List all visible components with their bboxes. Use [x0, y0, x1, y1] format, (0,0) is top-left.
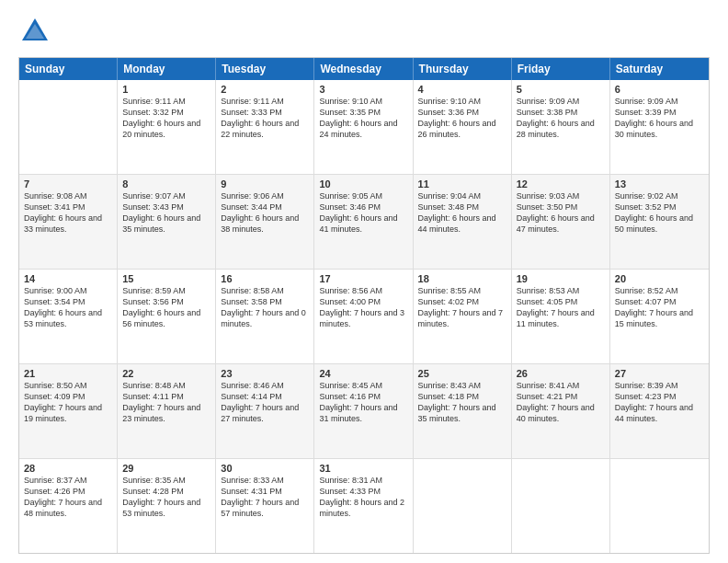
day-info: Sunrise: 9:03 AMSunset: 3:50 PMDaylight:… [517, 190, 605, 236]
calendar-cell-day-8: 8Sunrise: 9:07 AMSunset: 3:43 PMDaylight… [118, 175, 216, 269]
weekday-header-monday: Monday [118, 58, 216, 80]
day-number: 30 [221, 463, 309, 474]
calendar-body: 1Sunrise: 9:11 AMSunset: 3:32 PMDaylight… [19, 80, 709, 553]
day-info: Sunrise: 9:07 AMSunset: 3:43 PMDaylight:… [122, 190, 210, 236]
calendar-cell-day-16: 16Sunrise: 8:58 AMSunset: 3:58 PMDayligh… [216, 270, 314, 363]
day-info: Sunrise: 9:06 AMSunset: 3:44 PMDaylight:… [221, 190, 309, 236]
day-number: 1 [122, 84, 210, 95]
day-number: 17 [319, 273, 407, 284]
calendar-cell-day-4: 4Sunrise: 9:10 AMSunset: 3:36 PMDaylight… [414, 80, 512, 174]
day-number: 26 [517, 368, 605, 379]
calendar-cell-day-15: 15Sunrise: 8:59 AMSunset: 3:56 PMDayligh… [118, 270, 216, 363]
day-number: 9 [221, 178, 309, 190]
day-info: Sunrise: 8:39 AMSunset: 4:23 PMDaylight:… [615, 380, 704, 425]
calendar-cell-day-20: 20Sunrise: 8:52 AMSunset: 4:07 PMDayligh… [610, 270, 709, 363]
weekday-header-tuesday: Tuesday [216, 58, 314, 80]
weekday-header-saturday: Saturday [610, 58, 709, 80]
day-number: 21 [24, 368, 112, 379]
calendar-cell-day-6: 6Sunrise: 9:09 AMSunset: 3:39 PMDaylight… [610, 80, 709, 174]
day-info: Sunrise: 8:45 AMSunset: 4:16 PMDaylight:… [319, 380, 407, 425]
calendar-cell-day-25: 25Sunrise: 8:43 AMSunset: 4:18 PMDayligh… [414, 364, 512, 458]
day-info: Sunrise: 8:46 AMSunset: 4:14 PMDaylight:… [221, 380, 309, 425]
calendar-cell-day-31: 31Sunrise: 8:31 AMSunset: 4:33 PMDayligh… [314, 459, 413, 553]
calendar-cell-day-14: 14Sunrise: 9:00 AMSunset: 3:54 PMDayligh… [19, 270, 118, 363]
page: SundayMondayTuesdayWednesdayThursdayFrid… [0, 0, 728, 563]
calendar-cell-day-11: 11Sunrise: 9:04 AMSunset: 3:48 PMDayligh… [414, 175, 512, 269]
calendar-cell-day-21: 21Sunrise: 8:50 AMSunset: 4:09 PMDayligh… [19, 364, 118, 458]
logo [18, 15, 57, 48]
calendar-row-0: 1Sunrise: 9:11 AMSunset: 3:32 PMDaylight… [19, 80, 709, 175]
day-info: Sunrise: 8:41 AMSunset: 4:21 PMDaylight:… [517, 380, 605, 425]
day-number: 4 [418, 84, 506, 95]
day-info: Sunrise: 9:10 AMSunset: 3:35 PMDaylight:… [319, 96, 407, 141]
calendar-cell-day-19: 19Sunrise: 8:53 AMSunset: 4:05 PMDayligh… [512, 270, 610, 363]
day-info: Sunrise: 9:08 AMSunset: 3:41 PMDaylight:… [24, 190, 112, 236]
day-info: Sunrise: 9:05 AMSunset: 3:46 PMDaylight:… [319, 190, 407, 236]
day-number: 5 [517, 84, 605, 95]
day-info: Sunrise: 8:50 AMSunset: 4:09 PMDaylight:… [24, 380, 112, 425]
calendar-cell-day-29: 29Sunrise: 8:35 AMSunset: 4:28 PMDayligh… [118, 459, 216, 553]
day-number: 31 [319, 463, 407, 474]
calendar-cell-day-7: 7Sunrise: 9:08 AMSunset: 3:41 PMDaylight… [19, 175, 118, 269]
calendar-row-2: 14Sunrise: 9:00 AMSunset: 3:54 PMDayligh… [19, 270, 709, 364]
calendar-cell-day-27: 27Sunrise: 8:39 AMSunset: 4:23 PMDayligh… [610, 364, 709, 458]
day-number: 6 [615, 84, 704, 95]
day-number: 24 [319, 368, 407, 379]
logo-icon [18, 15, 51, 48]
calendar: SundayMondayTuesdayWednesdayThursdayFrid… [18, 57, 710, 554]
calendar-cell-day-2: 2Sunrise: 9:11 AMSunset: 3:33 PMDaylight… [216, 80, 314, 174]
day-number: 8 [122, 178, 210, 190]
day-number: 15 [122, 273, 210, 284]
calendar-cell-day-17: 17Sunrise: 8:56 AMSunset: 4:00 PMDayligh… [314, 270, 413, 363]
day-number: 25 [418, 368, 506, 379]
day-number: 11 [418, 178, 506, 190]
day-number: 29 [122, 463, 210, 474]
day-info: Sunrise: 9:10 AMSunset: 3:36 PMDaylight:… [418, 96, 506, 141]
day-number: 19 [517, 273, 605, 284]
day-info: Sunrise: 9:04 AMSunset: 3:48 PMDaylight:… [418, 190, 506, 236]
calendar-cell-day-3: 3Sunrise: 9:10 AMSunset: 3:35 PMDaylight… [314, 80, 413, 174]
day-number: 12 [517, 178, 605, 190]
calendar-row-3: 21Sunrise: 8:50 AMSunset: 4:09 PMDayligh… [19, 364, 709, 459]
calendar-cell-day-30: 30Sunrise: 8:33 AMSunset: 4:31 PMDayligh… [216, 459, 314, 553]
weekday-header-thursday: Thursday [414, 58, 512, 80]
day-number: 3 [319, 84, 407, 95]
day-info: Sunrise: 8:48 AMSunset: 4:11 PMDaylight:… [122, 380, 210, 425]
calendar-row-4: 28Sunrise: 8:37 AMSunset: 4:26 PMDayligh… [19, 459, 709, 553]
calendar-cell-empty [512, 459, 610, 553]
day-number: 18 [418, 273, 506, 284]
day-info: Sunrise: 8:59 AMSunset: 3:56 PMDaylight:… [122, 285, 210, 330]
day-info: Sunrise: 9:11 AMSunset: 3:33 PMDaylight:… [221, 96, 309, 141]
day-number: 16 [221, 273, 309, 284]
calendar-cell-day-26: 26Sunrise: 8:41 AMSunset: 4:21 PMDayligh… [512, 364, 610, 458]
calendar-cell-empty [610, 459, 709, 553]
day-info: Sunrise: 9:00 AMSunset: 3:54 PMDaylight:… [24, 285, 112, 330]
calendar-cell-day-1: 1Sunrise: 9:11 AMSunset: 3:32 PMDaylight… [118, 80, 216, 174]
calendar-cell-day-28: 28Sunrise: 8:37 AMSunset: 4:26 PMDayligh… [19, 459, 118, 553]
calendar-cell-day-5: 5Sunrise: 9:09 AMSunset: 3:38 PMDaylight… [512, 80, 610, 174]
day-number: 20 [615, 273, 704, 284]
day-info: Sunrise: 8:58 AMSunset: 3:58 PMDaylight:… [221, 285, 309, 330]
day-info: Sunrise: 8:35 AMSunset: 4:28 PMDaylight:… [122, 475, 210, 520]
calendar-row-1: 7Sunrise: 9:08 AMSunset: 3:41 PMDaylight… [19, 175, 709, 270]
day-info: Sunrise: 8:56 AMSunset: 4:00 PMDaylight:… [319, 285, 407, 330]
day-number: 23 [221, 368, 309, 379]
calendar-cell-day-18: 18Sunrise: 8:55 AMSunset: 4:02 PMDayligh… [414, 270, 512, 363]
day-number: 28 [24, 463, 112, 474]
calendar-cell-day-22: 22Sunrise: 8:48 AMSunset: 4:11 PMDayligh… [118, 364, 216, 458]
calendar-cell-day-12: 12Sunrise: 9:03 AMSunset: 3:50 PMDayligh… [512, 175, 610, 269]
calendar-cell-day-13: 13Sunrise: 9:02 AMSunset: 3:52 PMDayligh… [610, 175, 709, 269]
weekday-header-wednesday: Wednesday [314, 58, 413, 80]
calendar-cell-day-24: 24Sunrise: 8:45 AMSunset: 4:16 PMDayligh… [314, 364, 413, 458]
header [18, 15, 710, 48]
day-info: Sunrise: 8:53 AMSunset: 4:05 PMDaylight:… [517, 285, 605, 330]
day-info: Sunrise: 8:31 AMSunset: 4:33 PMDaylight:… [319, 475, 407, 520]
calendar-cell-empty [414, 459, 512, 553]
day-number: 13 [615, 178, 704, 190]
day-number: 22 [122, 368, 210, 379]
calendar-cell-empty [19, 80, 118, 174]
day-number: 2 [221, 84, 309, 95]
calendar-cell-day-10: 10Sunrise: 9:05 AMSunset: 3:46 PMDayligh… [314, 175, 413, 269]
day-number: 7 [24, 178, 112, 190]
day-info: Sunrise: 8:37 AMSunset: 4:26 PMDaylight:… [24, 475, 112, 520]
